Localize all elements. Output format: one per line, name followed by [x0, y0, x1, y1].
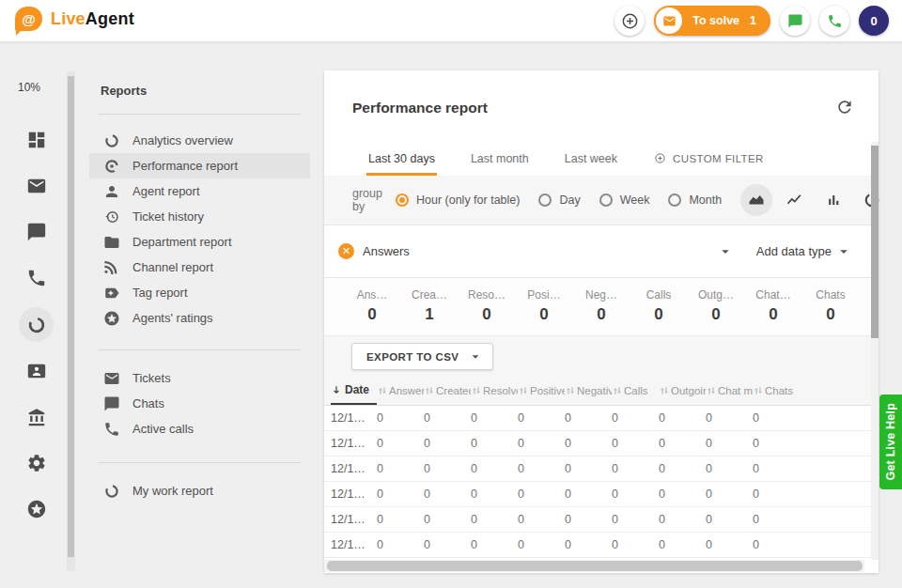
cell-value: 0	[377, 487, 424, 501]
column-header-date[interactable]: Date	[331, 376, 377, 405]
reports-panel-title: Reports	[101, 84, 310, 98]
tab-label: CUSTOM FILTER	[673, 153, 764, 164]
sidebar-item-department-report[interactable]: Department report	[89, 229, 310, 255]
chevron-down-icon[interactable]	[717, 243, 734, 260]
to-solve-label: To solve	[692, 14, 739, 27]
sidebar-bank-button[interactable]	[19, 399, 54, 434]
stat-value: 0	[691, 305, 741, 324]
menu-item-label: Ticket history	[132, 209, 204, 224]
area-chart-button[interactable]	[740, 184, 772, 216]
chats-status-button[interactable]	[780, 6, 810, 36]
agent-status-badge[interactable]: 0	[859, 6, 889, 36]
mail-icon	[26, 176, 47, 196]
sidebar-chat-button[interactable]	[19, 214, 54, 249]
vertical-scrollbar[interactable]	[871, 142, 879, 560]
menu-item-label: Chats	[132, 396, 164, 410]
sidebar-item-chats[interactable]: Chats	[89, 391, 310, 416]
sidebar-item-performance-report[interactable]: Performance report	[89, 153, 310, 178]
add-data-type-button[interactable]: Add data type	[756, 243, 852, 260]
calls-status-button[interactable]	[819, 6, 849, 36]
column-header-resolved[interactable]: Resolved	[471, 376, 518, 405]
export-to-csv-button[interactable]: EXPORT TO CSV	[351, 343, 493, 370]
radio-hour-only-for-table[interactable]: Hour (only for table)	[396, 193, 520, 207]
column-header-calls[interactable]: Calls	[612, 376, 659, 405]
sidebar-item-ticket-history[interactable]: Ticket history	[89, 204, 310, 229]
menu-item-label: Performance report	[132, 159, 238, 173]
radio-month[interactable]: Month	[668, 193, 722, 207]
sidebar-gear-button[interactable]	[19, 445, 54, 480]
cell-value: 0	[518, 437, 565, 450]
stat-label: Chat…	[748, 288, 799, 302]
cell-value: 0	[377, 437, 424, 450]
sidebar-item-my-work-report[interactable]: My work report	[89, 478, 310, 503]
cell-value: 0	[377, 411, 424, 425]
stat-value: 0	[519, 305, 569, 324]
tab-last-month[interactable]: Last month	[469, 141, 531, 176]
vertical-scrollbar-thumb[interactable]	[871, 146, 879, 338]
cell-value: 0	[424, 538, 471, 551]
cell-value: 0	[471, 487, 518, 501]
sidebar-donut-button[interactable]	[19, 307, 54, 342]
cell-value: 0	[659, 437, 706, 450]
sidebar-item-tag-report[interactable]: Tag report	[89, 280, 310, 305]
refresh-icon[interactable]	[835, 98, 854, 116]
column-header-chats[interactable]: Chats	[753, 376, 800, 405]
radio-week[interactable]: Week	[599, 193, 650, 207]
cell-value: 0	[659, 462, 706, 475]
sidebar-item-agents-ratings[interactable]: Agents' ratings	[89, 305, 310, 331]
create-new-button[interactable]	[614, 6, 645, 36]
column-header-answers[interactable]: Answers	[377, 376, 424, 405]
tab-last-30-days[interactable]: Last 30 days	[366, 141, 437, 176]
divider	[99, 349, 301, 350]
get-live-help-button[interactable]: Get Live Help	[879, 395, 902, 489]
horizontal-scrollbar[interactable]	[324, 560, 879, 572]
cell-value: 0	[518, 462, 565, 475]
cell-value: 0	[706, 411, 753, 425]
column-header-created-ti[interactable]: Created ti	[424, 376, 471, 405]
x-circle-icon[interactable]: ✕	[338, 243, 354, 259]
date-range-tabs: Last 30 daysLast monthLast weekCUSTOM FI…	[324, 141, 879, 177]
column-header-positive-r[interactable]: Positive r	[518, 376, 565, 405]
sidebar-phone-button[interactable]	[19, 260, 54, 295]
sidebar-item-analytics-overview[interactable]: Analytics overview	[89, 128, 310, 153]
sidebar-item-active-calls[interactable]: Active calls	[89, 416, 310, 441]
tab-last-week[interactable]: Last week	[563, 141, 619, 176]
rail-scrollbar-thumb[interactable]	[68, 76, 74, 557]
sidebar-item-agent-report[interactable]: Agent report	[89, 178, 310, 204]
stat-value: 0	[805, 305, 856, 324]
reports-primary-list: Analytics overviewPerformance reportAgen…	[89, 128, 310, 331]
cell-value: 0	[706, 437, 753, 450]
tab-label: Last week	[565, 152, 617, 165]
radio-day[interactable]: Day	[538, 193, 580, 207]
to-solve-button[interactable]: To solve 1	[654, 6, 770, 36]
cell-value: 0	[565, 513, 612, 526]
horizontal-scrollbar-thumb[interactable]	[327, 561, 863, 571]
chat-icon	[787, 13, 803, 29]
stat-reso: Reso…0	[461, 278, 512, 335]
rail-scrollbar[interactable]	[67, 71, 75, 571]
bar-chart-button[interactable]	[817, 184, 849, 216]
line-chart-button[interactable]	[779, 184, 811, 216]
column-header-negative[interactable]: Negative	[565, 376, 612, 405]
menu-item-label: Channel report	[132, 260, 213, 274]
tab-custom-filter[interactable]: CUSTOM FILTER	[651, 141, 766, 176]
radio-label: Month	[689, 193, 722, 207]
sidebar-dashboard-button[interactable]	[19, 122, 54, 157]
cell-value: 0	[518, 538, 565, 551]
column-header-chat-mes[interactable]: Chat mes	[706, 376, 753, 405]
sidebar-star-circle-button[interactable]	[19, 491, 54, 526]
radio-icon	[396, 193, 409, 207]
cell-value: 0	[612, 462, 659, 475]
cell-value: 0	[612, 513, 659, 526]
sidebar-contact-card-button[interactable]	[19, 353, 54, 388]
sort-both-icon	[377, 385, 388, 396]
sidebar-item-channel-report[interactable]: Channel report	[89, 255, 310, 280]
table-header-row: DateAnswersCreated tiResolvedPositive rN…	[324, 376, 879, 406]
group-by-options: Hour (only for table)DayWeekMonth	[396, 193, 740, 207]
sidebar-item-tickets[interactable]: Tickets	[89, 365, 310, 391]
column-header-label: Date	[345, 383, 369, 396]
column-header-outgoing[interactable]: Outgoing	[659, 376, 706, 405]
stat-calls: Calls0	[633, 278, 684, 335]
cell-value: 0	[471, 513, 518, 526]
sidebar-mail-button[interactable]	[19, 168, 54, 203]
